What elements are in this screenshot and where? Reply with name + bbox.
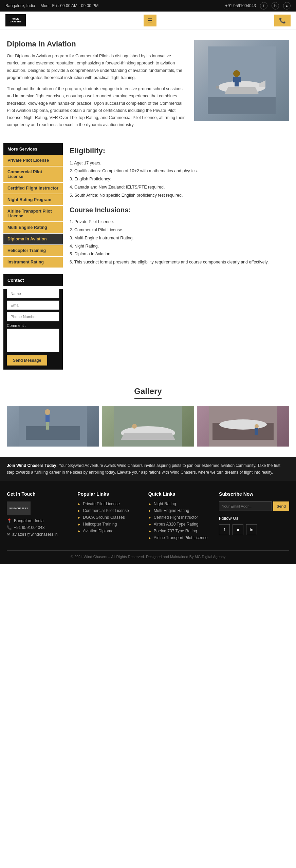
contact-comment-textarea[interactable] <box>7 329 59 352</box>
svg-marker-3 <box>225 87 259 94</box>
arrow-icon: ► <box>77 509 81 513</box>
instagram-icon[interactable]: ● <box>283 2 291 9</box>
footer-col-quick: Quick Links ► Night Rating ► Multi-Engin… <box>148 491 212 542</box>
hero-title: Diploma In Aviation <box>7 40 187 48</box>
sidebar-item-commercial-pilot[interactable]: Commercial Pilot License <box>3 166 63 182</box>
contact-email-input[interactable] <box>7 300 59 310</box>
topbar-phone: +91 9591004043 <box>225 3 256 8</box>
list-item: 2. Commercial Pilot License. <box>70 226 293 234</box>
footer-link-night[interactable]: ► Night Rating <box>148 501 212 506</box>
svg-point-21 <box>219 419 267 430</box>
arrow-icon: ► <box>148 536 152 540</box>
footer-popular-title: Popular Links <box>77 491 141 497</box>
contact-phone-input[interactable] <box>7 312 59 321</box>
subscribe-email-input[interactable] <box>219 501 272 511</box>
list-item: 2. Qualifications: Completion of 10+2 wi… <box>70 167 293 175</box>
svg-rect-8 <box>233 77 236 82</box>
arrow-icon: ► <box>77 516 81 519</box>
sidebar-item-cfi[interactable]: Certified Flight Instructor <box>3 183 63 194</box>
svg-rect-11 <box>26 426 80 440</box>
hero-text: Diploma In Aviation Our Diploma in Aviat… <box>7 40 187 133</box>
arrow-icon: ► <box>148 522 152 526</box>
footer-instagram-btn[interactable]: ● <box>233 524 243 535</box>
footer-link-helicopter[interactable]: ► Helicopter Training <box>77 522 141 527</box>
header: WINDCHASERS ☰ 📞 <box>0 12 296 29</box>
gallery-image-3 <box>197 406 289 447</box>
footer-link-ppl[interactable]: ► Private Pilot License <box>77 501 141 506</box>
arrow-icon: ► <box>148 516 152 519</box>
footer-link-dgca[interactable]: ► DGCA Ground Classes <box>77 515 141 520</box>
list-item: 3. Multi-Engine Instrument Rating. <box>70 234 293 242</box>
list-item: 4. Night Rating. <box>70 242 293 251</box>
footer-linkedin-btn[interactable]: in <box>246 524 257 535</box>
gallery-title: Gallery <box>7 387 289 396</box>
svg-rect-5 <box>216 86 219 88</box>
sidebar-item-helicopter[interactable]: Helicopter Training <box>3 245 63 256</box>
footer-col-contact: Get In Touch WIND CHASERS 📍 Bangalore, I… <box>7 491 71 542</box>
footer-bottom: © 2024 Wind Chasers – All Rights Reserve… <box>7 550 289 559</box>
eligibility-title: Eligibility: <box>70 146 293 155</box>
footer-facebook-btn[interactable]: f <box>219 524 230 535</box>
topbar-left: Bangalore, India Mon - Fri : 09:00 AM - … <box>5 3 98 8</box>
logo: WINDCHASERS <box>5 14 26 26</box>
footer-link-multi[interactable]: ► Multi-Engine Rating <box>148 508 212 513</box>
sidebar: More Services Private Pilot License Comm… <box>3 143 63 370</box>
subscribe-button[interactable]: Send <box>273 501 289 511</box>
facebook-icon[interactable]: f <box>260 2 267 9</box>
eligibility-list: 1. Age: 17 years. 2. Qualifications: Com… <box>70 159 293 200</box>
phone-icon: 📞 <box>7 525 12 530</box>
footer-link-atpl[interactable]: ► Airline Transport Pilot License <box>148 535 212 540</box>
footer-col-popular: Popular Links ► Private Pilot License ► … <box>77 491 141 542</box>
sidebar-item-diploma[interactable]: Diploma In Aviation <box>3 234 63 244</box>
sidebar-item-night-rating[interactable]: Night Rating Program <box>3 194 63 205</box>
sidebar-item-atpl[interactable]: Airline Transport Pilot License <box>3 206 63 221</box>
send-message-button[interactable]: Send Message <box>7 355 47 366</box>
sidebar-item-multi-engine[interactable]: Multi Engine Rating <box>3 222 63 233</box>
list-item: 1. Private Pilot License. <box>70 218 293 226</box>
svg-rect-1 <box>208 97 276 114</box>
footer-link-cfi[interactable]: ► Certified Flight Instructor <box>148 515 212 520</box>
subscribe-row: Send <box>219 501 289 511</box>
svg-point-6 <box>233 70 240 77</box>
phone-button[interactable]: 📞 <box>274 15 291 26</box>
footer-subscribe-title: Subscribe Now <box>219 491 289 497</box>
cta-bold: Join Wind Chasers Today: <box>7 463 58 468</box>
hamburger-menu[interactable]: ☰ <box>144 15 156 26</box>
hero-image <box>194 40 289 121</box>
svg-point-22 <box>255 424 259 428</box>
contact-name-input[interactable] <box>7 289 59 298</box>
list-item: 5. Diploma in Aviation. <box>70 250 293 258</box>
linkedin-icon[interactable]: in <box>272 2 279 9</box>
svg-rect-23 <box>255 428 258 435</box>
list-item: 4. Canada and New Zealand: IELTS/PTE req… <box>70 183 293 192</box>
arrow-icon: ► <box>77 502 81 506</box>
svg-point-13 <box>45 409 50 415</box>
svg-rect-9 <box>238 77 241 82</box>
right-content: Eligibility: 1. Age: 17 years. 2. Qualif… <box>70 143 293 370</box>
footer-contact-title: Get In Touch <box>7 491 71 497</box>
gallery-section: Gallery <box>0 376 296 457</box>
footer-link-diploma[interactable]: ► Aviation Diploma <box>77 529 141 533</box>
list-item: 6. This succinct format presents the eli… <box>70 258 293 267</box>
footer-quick-title: Quick Links <box>148 491 212 497</box>
contact-form: Comment : Send Message <box>3 289 63 370</box>
arrow-icon: ► <box>77 529 81 533</box>
gallery-image-2 <box>102 406 194 447</box>
cta-strip: Join Wind Chasers Today: Your Skyward Ad… <box>0 457 296 481</box>
footer-copyright: © 2024 Wind Chasers – All Rights Reserve… <box>71 555 225 559</box>
svg-marker-17 <box>121 433 175 440</box>
logo-text: WINDCHASERS <box>10 18 21 23</box>
footer-link-cpl[interactable]: ► Commercial Pilot License <box>77 508 141 513</box>
hero-svg <box>208 46 276 114</box>
arrow-icon: ► <box>148 509 152 513</box>
topbar-hours: Mon - Fri : 09:00 AM - 09:00 PM <box>40 3 98 8</box>
footer-link-a320[interactable]: ► Airbus A320 Type Rating <box>148 522 212 527</box>
location-icon: 📍 <box>7 518 12 523</box>
sidebar-item-private-pilot[interactable]: Private Pilot License <box>3 155 63 166</box>
list-item: 5. South Africa: No specific English pro… <box>70 192 293 200</box>
arrow-icon: ► <box>148 502 152 506</box>
list-item: 3. English Proficiency: <box>70 175 293 183</box>
arrow-icon: ► <box>148 529 152 533</box>
sidebar-item-instrument[interactable]: Instrument Rating <box>3 257 63 268</box>
footer-link-b737[interactable]: ► Boeing 737 Type Rating <box>148 529 212 533</box>
